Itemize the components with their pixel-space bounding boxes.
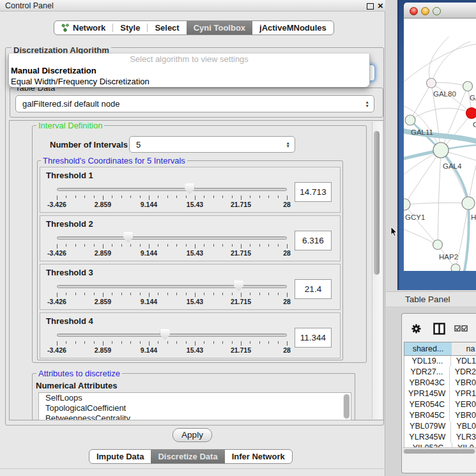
table-row[interactable]: YIL052CYIL0 [404, 443, 476, 447]
table-row[interactable]: YBR045CYBR0 [404, 410, 476, 421]
list-item[interactable]: TopologicalCoefficient [39, 403, 351, 413]
table-row[interactable]: YLR345WYLR3 [404, 432, 476, 443]
list-item[interactable]: BetweennessCentrality [39, 413, 351, 420]
slider-tick [112, 196, 112, 198]
network-node[interactable] [433, 240, 443, 250]
slider-tick [278, 244, 279, 247]
slider-tick [103, 244, 104, 249]
tab-discretize-data[interactable]: Discretize Data [151, 450, 224, 463]
horizontal-scrollbar-track[interactable] [403, 447, 476, 454]
column-header-shared-name[interactable]: shared... [404, 342, 452, 356]
slider-tick [241, 196, 242, 200]
table-row[interactable]: YPR145WYPR1 [404, 388, 476, 399]
num-intervals-combobox[interactable]: 5 ▲▼ [129, 136, 295, 153]
network-node[interactable] [451, 264, 460, 271]
slider-tick [75, 196, 76, 198]
divider [0, 468, 385, 469]
network-node[interactable] [404, 199, 410, 210]
combo-stepper-icon: ▲▼ [365, 100, 369, 107]
maximize-traffic-light-icon[interactable] [433, 7, 441, 15]
table-data-combobox[interactable]: galFiltered.sif default node ▲▼ [15, 95, 374, 112]
checkbox-pair-icon[interactable] [454, 325, 468, 332]
slider-tick [287, 293, 288, 297]
network-edge [404, 204, 438, 245]
network-node[interactable] [405, 115, 415, 125]
dropdown-option-equal-width[interactable]: Equal Width/Frequency Discretization [9, 76, 369, 87]
split-columns-icon[interactable] [433, 323, 445, 335]
threshold-value-field[interactable]: 11.344 [295, 328, 332, 348]
slider-track[interactable] [57, 334, 287, 337]
table-row[interactable]: YBL079WYBL0 [404, 421, 476, 432]
table-panel-titlebar[interactable]: Table Panel [386, 291, 476, 307]
threshold-value-field[interactable]: 21.4 [295, 279, 332, 299]
tab-jactivemnodules[interactable]: jActiveMNodules [252, 21, 334, 35]
network-canvas[interactable]: GAL80GACGAL11GAL4GCY1HHAP2 [404, 19, 476, 271]
slider-tick [103, 341, 104, 346]
threshold-value-field[interactable]: 6.316 [295, 231, 332, 250]
threshold-value-field[interactable]: 14.713 [295, 182, 332, 202]
network-node[interactable] [433, 142, 449, 158]
column-header-name[interactable]: na [452, 342, 476, 356]
horizontal-scrollbar-thumb[interactable] [404, 449, 475, 454]
close-traffic-light-icon[interactable] [410, 7, 418, 15]
network-edge [410, 108, 472, 120]
cell-shared-name: YBL079W [404, 421, 451, 432]
slider-tick [241, 244, 242, 249]
slider-tick [140, 196, 141, 198]
slider-track[interactable] [57, 188, 287, 191]
network-node-label: GA [470, 94, 476, 102]
numerical-attributes-list[interactable]: SelfLoopsTopologicalCoefficientBetweenne… [38, 392, 351, 420]
slider-tick [130, 196, 131, 198]
slider-tick [84, 293, 85, 295]
slider-tick [140, 293, 141, 295]
tab-select[interactable]: Select [148, 21, 186, 35]
float-window-icon[interactable] [367, 3, 374, 10]
table-rows[interactable]: YDL19...YDL1YDR27...YDR2YBR043CYBR0YPR14… [404, 356, 476, 447]
slider-thumb[interactable] [234, 280, 243, 291]
network-node-label: C [473, 121, 476, 128]
list-item[interactable]: SelfLoops [39, 393, 351, 403]
table-row[interactable]: YBR043CYBR0 [404, 378, 476, 388]
slider-track[interactable] [57, 285, 287, 288]
tab-cyni-toolbox[interactable]: Cyni Toolbox [187, 21, 252, 35]
slider-tick [250, 244, 250, 247]
apply-button[interactable]: Apply [173, 428, 212, 442]
window-titlebar[interactable]: Control Panel [0, 0, 385, 12]
network-window-titlebar[interactable] [404, 3, 476, 19]
close-icon[interactable]: × [378, 1, 383, 11]
attributes-group-title: Attributes to discretize [36, 369, 122, 378]
slider-tick [94, 341, 95, 344]
list-scrollbar-track[interactable] [343, 394, 349, 419]
tab-network[interactable]: Network [54, 21, 112, 35]
network-node[interactable] [463, 82, 473, 91]
dropdown-option-manual[interactable]: Manual Discretization [9, 65, 369, 76]
slider-track[interactable] [57, 236, 287, 240]
slider-thumb[interactable] [160, 329, 170, 340]
slider-tick [268, 196, 269, 198]
gear-icon[interactable] [411, 323, 422, 334]
bottom-tab-bar: Impute DataDiscretize DataInfer Network [89, 449, 293, 464]
tab-infer-network[interactable]: Infer Network [225, 450, 292, 463]
network-node[interactable] [466, 108, 476, 119]
tab-impute-data[interactable]: Impute Data [89, 450, 151, 463]
slider-tick [186, 244, 187, 247]
table-row[interactable]: YDR27...YDR2 [404, 367, 476, 378]
slider-thumb[interactable] [123, 232, 133, 243]
vertical-scrollbar-thumb[interactable] [374, 131, 380, 275]
window-title: Control Panel [5, 1, 54, 10]
mouse-cursor [390, 226, 398, 237]
tab-label: Cyni Toolbox [194, 23, 245, 33]
cell-name: YDR2 [450, 367, 476, 378]
slider-tick [130, 293, 131, 295]
network-node[interactable] [427, 79, 436, 88]
slider-tick-label: 2.859 [89, 346, 117, 354]
list-scrollbar-thumb[interactable] [344, 394, 349, 418]
table-row[interactable]: YDL19...YDL1 [404, 356, 476, 367]
slider-tick [287, 196, 288, 200]
slider-tick [57, 341, 58, 346]
tab-style[interactable]: Style [113, 21, 147, 35]
table-row[interactable]: YER054CYER0 [404, 399, 476, 410]
slider-thumb[interactable] [185, 183, 194, 194]
network-node[interactable] [462, 197, 475, 210]
minimize-traffic-light-icon[interactable] [421, 7, 429, 15]
